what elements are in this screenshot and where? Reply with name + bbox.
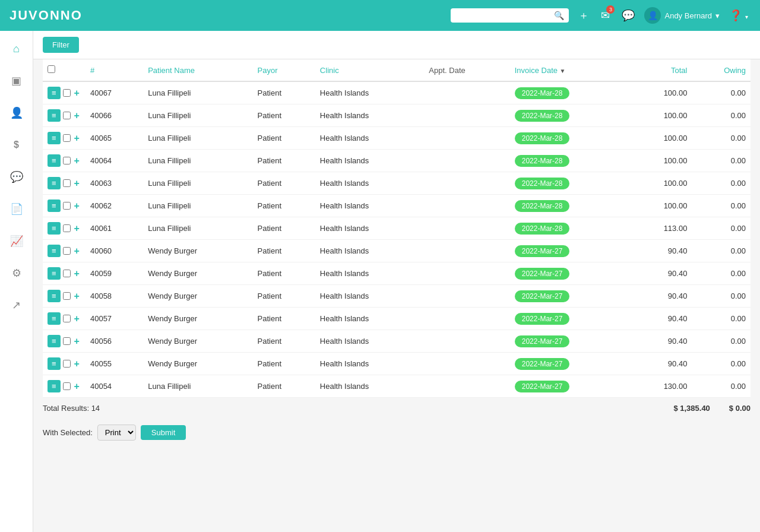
mail-button[interactable]: ✉ 3 [598,7,612,24]
invoices-table-container: # Patient Name Payor Clinic Appt. Date I… [33,59,760,398]
table-row: ≡ + 40056 Wendy Burger Patient Health Is… [43,330,750,353]
header-patient-name: Patient Name [143,59,252,81]
filter-button[interactable]: Filter [43,37,79,53]
row-clinic: Health Islands [315,285,424,308]
row-add-button[interactable]: + [73,359,81,369]
row-actions-cell: ≡ + [43,285,86,308]
row-checkbox[interactable] [63,179,71,187]
row-menu-button[interactable]: ≡ [48,200,61,212]
row-add-button[interactable]: + [73,133,81,144]
mail-badge: 3 [606,5,615,14]
row-checkbox[interactable] [63,382,71,390]
row-invoice-date: 2022-Mar-28 [510,195,631,217]
row-actions-cell: ≡ + [43,375,86,398]
row-appt-date [424,330,509,353]
sidebar-item-reports[interactable]: 📈 [6,230,27,252]
row-checkbox[interactable] [63,315,71,322]
sidebar-item-patients[interactable]: 👤 [6,102,27,124]
row-owing: 0.00 [692,330,750,353]
table-row: ≡ + 40057 Wendy Burger Patient Health Is… [43,308,750,330]
sidebar-item-notes[interactable]: 📄 [6,198,27,220]
row-add-button[interactable]: + [73,201,81,211]
row-menu-button[interactable]: ≡ [48,132,61,144]
invoice-date-badge: 2022-Mar-28 [515,178,570,189]
row-payor: Patient [253,330,315,353]
row-menu-button[interactable]: ≡ [48,380,61,392]
row-patient-name: Luna Fillipeli [143,150,252,172]
row-menu-button[interactable]: ≡ [48,109,61,122]
row-invoice-date: 2022-Mar-28 [510,150,631,172]
row-invoice-date: 2022-Mar-28 [510,127,631,150]
row-appt-date [424,150,509,172]
invoice-date-badge: 2022-Mar-27 [515,290,570,302]
row-actions-cell: ≡ + [43,262,86,285]
row-id: 40058 [86,285,143,308]
row-checkbox[interactable] [63,247,71,255]
row-checkbox[interactable] [63,157,71,164]
row-checkbox[interactable] [63,202,71,210]
row-owing: 0.00 [692,240,750,262]
row-add-button[interactable]: + [73,223,81,234]
row-payor: Patient [253,240,315,262]
chat-icon: 💬 [622,10,635,21]
row-add-button[interactable]: + [73,246,81,256]
row-menu-button[interactable]: ≡ [48,154,61,167]
help-button[interactable]: ❓ ▾ [727,7,750,24]
user-menu-button[interactable]: 👤 Andy Bernard ▾ [644,7,720,24]
row-clinic: Health Islands [315,217,424,240]
row-menu-button[interactable]: ≡ [48,245,61,257]
row-appt-date [424,217,509,240]
search-input[interactable] [455,11,550,20]
row-add-button[interactable]: + [73,268,81,279]
row-add-button[interactable]: + [73,381,81,392]
row-add-button[interactable]: + [73,88,81,99]
row-add-button[interactable]: + [73,156,81,166]
row-checkbox[interactable] [63,337,71,345]
row-payor: Patient [253,104,315,127]
row-checkbox[interactable] [63,112,71,119]
row-menu-button[interactable]: ≡ [48,177,61,189]
row-checkbox[interactable] [63,270,71,277]
chat-button[interactable]: 💬 [619,7,637,24]
row-actions-cell: ≡ + [43,330,86,353]
search-icon[interactable]: 🔍 [554,11,564,20]
row-add-button[interactable]: + [73,314,81,324]
row-add-button[interactable]: + [73,291,81,302]
row-menu-button[interactable]: ≡ [48,312,61,325]
add-button[interactable]: ＋ [576,6,591,25]
sidebar-item-export[interactable]: ↗ [6,294,27,316]
row-checkbox[interactable] [63,134,71,142]
row-invoice-date: 2022-Mar-28 [510,81,631,104]
row-actions-cell: ≡ + [43,81,86,104]
row-add-button[interactable]: + [73,110,81,121]
row-total: 90.40 [630,353,692,375]
row-menu-button[interactable]: ≡ [48,267,61,280]
row-menu-button[interactable]: ≡ [48,335,61,347]
row-patient-name: Luna Fillipeli [143,195,252,217]
row-total: 100.00 [630,127,692,150]
with-selected-label: With Selected: [43,428,93,437]
header-owing: Owing [692,59,750,81]
row-checkbox[interactable] [63,224,71,232]
row-menu-button[interactable]: ≡ [48,357,61,370]
row-checkbox[interactable] [63,360,71,368]
row-checkbox[interactable] [63,292,71,300]
sidebar-item-chat[interactable]: 💬 [6,166,27,188]
sidebar-item-settings[interactable]: ⚙ [6,262,27,284]
header-invoice-date[interactable]: Invoice Date ▼ [510,59,631,81]
row-payor: Patient [253,172,315,195]
submit-button[interactable]: Submit [141,425,186,440]
sidebar-item-home[interactable]: ⌂ [6,38,27,59]
row-checkbox[interactable] [63,89,71,97]
print-select[interactable]: Print [97,425,136,441]
row-menu-button[interactable]: ≡ [48,222,61,235]
select-all-checkbox[interactable] [48,65,55,73]
row-add-button[interactable]: + [73,178,81,189]
row-total: 90.40 [630,330,692,353]
row-clinic: Health Islands [315,127,424,150]
row-menu-button[interactable]: ≡ [48,87,61,99]
sidebar-item-billing[interactable]: $ [6,134,27,156]
sidebar-item-monitor[interactable]: ▣ [6,70,27,91]
row-add-button[interactable]: + [73,336,81,347]
row-menu-button[interactable]: ≡ [48,290,61,302]
